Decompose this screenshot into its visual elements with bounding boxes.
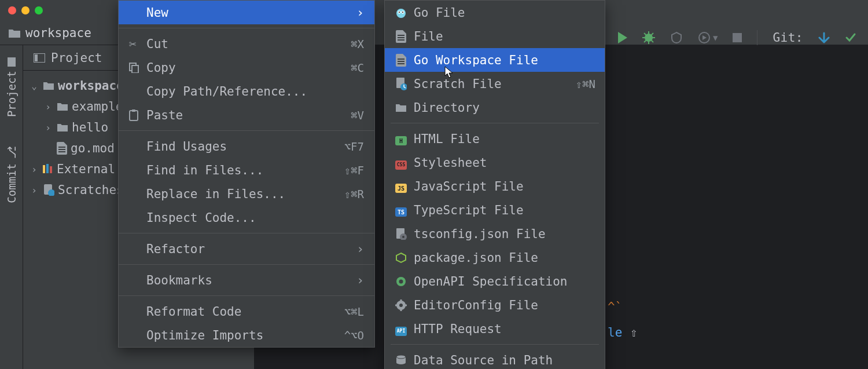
git-pull-icon[interactable] [818, 32, 830, 43]
submenu-item-go-file[interactable]: Go File [385, 1, 605, 24]
chevron-right-icon: › [356, 273, 364, 287]
menu-item-refactor[interactable]: Refactor› [119, 237, 374, 261]
chevron-right-icon[interactable]: › [29, 185, 39, 196]
menu-item-replace-in-files[interactable]: Replace in Files...⇧⌘R [119, 182, 374, 206]
openapi-icon [395, 276, 407, 287]
gopher-icon [395, 7, 407, 19]
menu-separator [119, 28, 374, 28]
submenu-item-typescript-file[interactable]: TSTypeScript File [385, 198, 605, 222]
submenu-item-stylesheet[interactable]: CSSStylesheet [385, 151, 605, 174]
menu-item-cut[interactable]: ✂Cut⌘X [119, 32, 374, 56]
submenu-item-label: Directory [414, 101, 595, 115]
close-window-button[interactable] [8, 6, 16, 14]
js-icon: JS [395, 180, 407, 193]
stop-icon[interactable] [733, 33, 742, 42]
folder-icon [43, 81, 54, 90]
chevron-right-icon[interactable]: › [29, 164, 39, 175]
http-icon: API [395, 321, 407, 336]
menu-shortcut: ⌘X [351, 38, 364, 50]
menu-item-label: Find Usages [146, 140, 344, 154]
menu-shortcut: ⇧⌘F [344, 164, 364, 177]
svg-rect-11 [46, 164, 49, 173]
menu-shortcut: ⌘C [351, 61, 364, 74]
svg-point-32 [399, 304, 403, 307]
submenu-item-editorconfig-file[interactable]: EditorConfig File [385, 293, 605, 317]
menu-item-label: Copy [146, 61, 351, 75]
menu-separator [119, 233, 374, 233]
submenu-item-label: HTTP Request [414, 322, 595, 336]
submenu-item-label: Go Workspace File [414, 53, 595, 67]
submenu-item-label: Stylesheet [414, 156, 595, 170]
menu-shortcut: ⌥⌘L [344, 305, 364, 318]
submenu-item-label: JavaScript File [414, 180, 595, 193]
submenu-item-go-workspace-file[interactable]: Go Workspace File [385, 48, 605, 72]
submenu-item-label: OpenAPI Specification [414, 275, 595, 288]
submenu-item-html-file[interactable]: HHTML File [385, 127, 605, 151]
submenu-item-label: tsconfig.json File [414, 227, 595, 241]
paste-icon [129, 109, 138, 121]
svg-rect-18 [132, 109, 135, 112]
menu-item-label: Inspect Code... [146, 211, 364, 225]
submenu-item-label: EditorConfig File [414, 298, 595, 312]
menu-item-label: Optimize Imports [146, 328, 344, 342]
editor-line: ^` [608, 294, 845, 320]
submenu-item-http-request[interactable]: APIHTTP Request [385, 317, 605, 341]
menu-separator [391, 123, 599, 123]
submenu-item-label: HTML File [414, 132, 595, 146]
minimize-window-button[interactable] [21, 6, 30, 14]
scratch-file-icon [395, 78, 407, 90]
menu-item-label: Replace in Files... [146, 187, 344, 201]
rail-project[interactable]: Project [5, 58, 18, 117]
folder-icon [57, 123, 68, 132]
html-icon: H [395, 132, 407, 146]
submenu-item-data-source-in-path[interactable]: Data Source in Path [385, 348, 605, 369]
chevron-down-icon[interactable]: ⌄ [29, 81, 39, 92]
menu-item-find-usages[interactable]: Find Usages⌥F7 [119, 134, 374, 158]
submenu-item-label: File [414, 30, 595, 43]
menu-item-find-in-files[interactable]: Find in Files...⇧⌘F [119, 158, 374, 182]
debug-icon[interactable] [642, 31, 655, 44]
file-icon [57, 142, 67, 155]
submenu-item-scratch-file[interactable]: Scratch File⇧⌘N [385, 72, 605, 96]
submenu-item-javascript-file[interactable]: JSJavaScript File [385, 174, 605, 198]
svg-point-30 [399, 279, 403, 283]
menu-item-bookmarks[interactable]: Bookmarks› [119, 268, 374, 292]
svg-point-19 [396, 9, 406, 18]
rail-commit[interactable]: Commit ⎇ [5, 146, 18, 203]
submenu-item-file[interactable]: File [385, 24, 605, 48]
menu-shortcut: ⇧⌘R [344, 188, 364, 200]
svg-rect-16 [132, 65, 138, 73]
submenu-item-tsconfig-json-file[interactable]: tsconfig.json File [385, 222, 605, 246]
menu-separator [119, 264, 374, 265]
file-icon [396, 54, 406, 67]
menu-item-copy-path-reference[interactable]: Copy Path/Reference... [119, 79, 374, 103]
menu-item-reformat-code[interactable]: Reformat Code⌥⌘L [119, 299, 374, 323]
breadcrumb-label[interactable]: workspace [25, 26, 91, 40]
submenu-item-openapi-specification[interactable]: OpenAPI Specification [385, 269, 605, 293]
submenu-item-label: package.json File [414, 251, 595, 265]
chevron-right-icon[interactable]: › [43, 101, 53, 112]
submenu-item-label: TypeScript File [414, 203, 595, 217]
coverage-icon[interactable] [670, 31, 683, 44]
submenu-item-package-json-file[interactable]: package.json File [385, 246, 605, 269]
git-commit-icon[interactable] [845, 32, 856, 43]
chevron-right-icon[interactable]: › [43, 122, 53, 133]
menu-item-inspect-code[interactable]: Inspect Code... [119, 206, 374, 229]
editor-line: le ⇧ [608, 320, 845, 345]
context-menu: New›✂Cut⌘XCopy⌘CCopy Path/Reference...Pa… [118, 0, 375, 348]
run-config-dropdown[interactable]: ▼ [698, 31, 718, 44]
menu-item-paste[interactable]: Paste⌘V [119, 103, 374, 127]
cut-icon: ✂ [129, 37, 137, 51]
css-icon: CSS [395, 155, 407, 170]
menu-separator [119, 295, 374, 296]
menu-item-new[interactable]: New› [119, 1, 374, 24]
submenu-item-label: Go File [414, 6, 595, 20]
menu-item-label: Cut [146, 37, 351, 51]
zoom-window-button[interactable] [35, 6, 43, 14]
run-icon[interactable] [617, 32, 627, 43]
menu-item-optimize-imports[interactable]: Optimize Imports^⌥O [119, 323, 374, 347]
submenu-item-directory[interactable]: Directory [385, 96, 605, 119]
menu-item-copy[interactable]: Copy⌘C [119, 56, 374, 79]
menu-item-label: Bookmarks [146, 273, 356, 287]
new-submenu: Go FileFileGo Workspace FileScratch File… [384, 0, 605, 369]
